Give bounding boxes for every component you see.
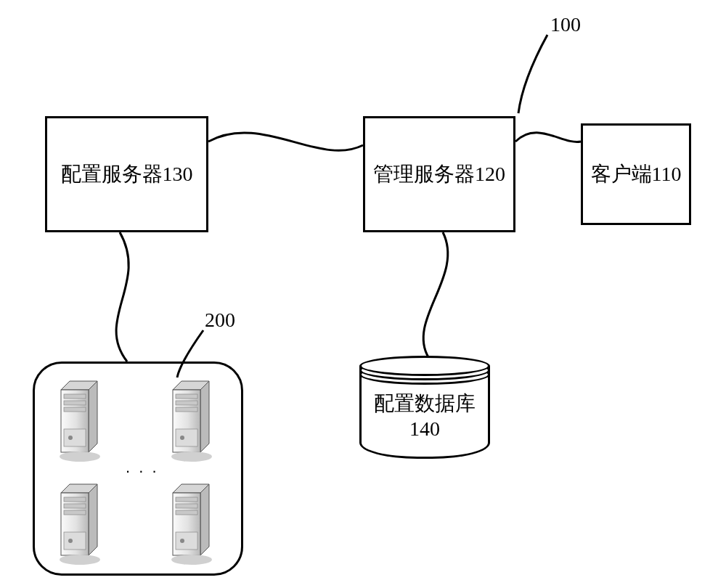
svg-point-34 <box>180 539 184 543</box>
config-server-box: 配置服务器130 <box>45 116 208 232</box>
server-icon <box>167 480 219 567</box>
svg-rect-13 <box>176 401 197 405</box>
svg-rect-23 <box>64 510 86 515</box>
svg-point-17 <box>171 452 212 462</box>
svg-rect-21 <box>64 497 86 502</box>
system-id-label: 100 <box>550 13 581 36</box>
config-db-cylinder: 配置数据库 140 <box>359 356 490 461</box>
svg-point-16 <box>180 436 184 440</box>
svg-point-25 <box>68 539 73 543</box>
svg-point-35 <box>171 555 212 565</box>
svg-marker-1 <box>89 381 97 452</box>
svg-rect-22 <box>64 504 86 508</box>
svg-rect-4 <box>64 401 86 405</box>
svg-marker-28 <box>200 484 209 555</box>
server-icon <box>55 480 107 567</box>
mgmt-server-box: 管理服务器120 <box>363 116 515 232</box>
mgmt-server-label: 管理服务器120 <box>373 161 505 187</box>
svg-rect-30 <box>176 497 197 502</box>
svg-rect-5 <box>64 407 86 412</box>
svg-rect-6 <box>64 429 86 446</box>
cluster-id-label: 200 <box>205 309 235 332</box>
svg-rect-31 <box>176 504 197 508</box>
svg-rect-15 <box>176 429 197 446</box>
config-server-label: 配置服务器130 <box>61 161 193 187</box>
svg-rect-12 <box>176 394 197 399</box>
svg-rect-14 <box>176 407 197 412</box>
svg-rect-24 <box>64 532 86 550</box>
svg-rect-32 <box>176 510 197 515</box>
svg-rect-3 <box>64 394 86 399</box>
server-icon <box>167 377 219 464</box>
config-db-label-line1: 配置数据库 <box>374 390 476 417</box>
client-label: 客户端110 <box>591 161 682 187</box>
svg-point-26 <box>60 555 100 565</box>
client-box: 客户端110 <box>581 123 691 225</box>
svg-point-8 <box>60 452 100 462</box>
svg-point-7 <box>68 436 73 440</box>
cluster-ellipsis: . . . <box>126 458 159 477</box>
server-icon <box>55 377 107 464</box>
config-db-label-line2: 140 <box>409 417 440 441</box>
svg-marker-19 <box>89 484 97 555</box>
server-cluster-box: . . . <box>33 362 243 576</box>
svg-marker-10 <box>200 381 209 452</box>
svg-rect-33 <box>176 532 197 550</box>
